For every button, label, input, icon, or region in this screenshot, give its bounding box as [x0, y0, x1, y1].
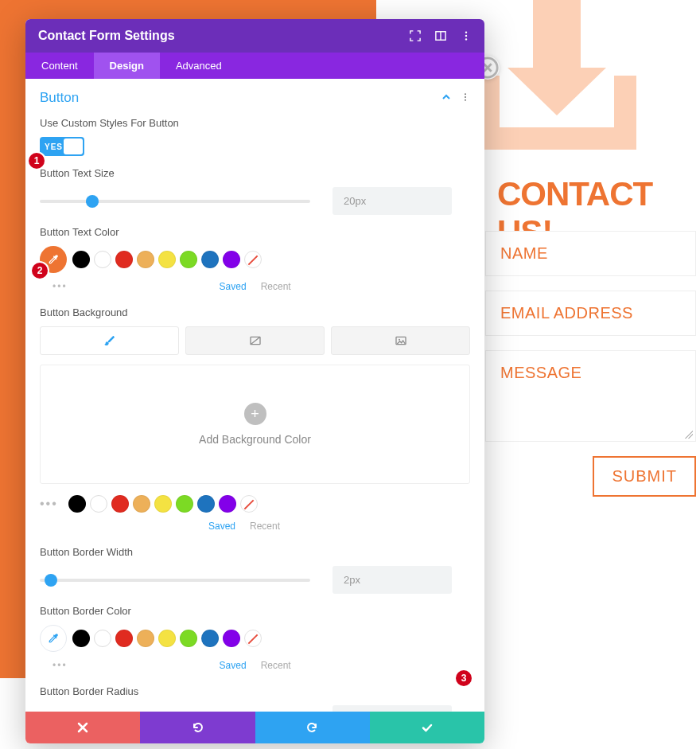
swatch-black[interactable] [68, 495, 86, 513]
border-width-value[interactable] [332, 566, 452, 594]
swatch-green[interactable] [176, 495, 193, 513]
border-width-slider[interactable] [40, 579, 310, 582]
swatch-amber[interactable] [137, 630, 154, 647]
swatch-white[interactable] [94, 630, 111, 647]
swatch-red[interactable] [115, 251, 133, 268]
label-text-color: Button Text Color [40, 226, 470, 238]
recent-swatches-tab[interactable]: Recent [261, 660, 291, 671]
more-swatches-icon[interactable]: ••• [52, 660, 68, 671]
section-header-button[interactable]: Button [25, 79, 484, 111]
svg-point-5 [465, 31, 467, 33]
kebab-menu-icon[interactable] [461, 30, 472, 41]
tab-advanced[interactable]: Advanced [160, 53, 238, 79]
message-field[interactable]: MESSAGE [485, 350, 696, 442]
custom-styles-toggle[interactable]: YES [40, 137, 84, 156]
modal-footer [25, 712, 484, 743]
bg-tab-color[interactable] [40, 326, 179, 355]
label-custom-styles: Use Custom Styles For Button [40, 117, 470, 129]
expand-icon[interactable] [410, 30, 421, 41]
text-size-slider[interactable] [40, 200, 310, 203]
swatch-none[interactable] [240, 495, 258, 513]
name-field[interactable]: NAME [485, 231, 696, 276]
label-border-width: Button Border Width [40, 546, 470, 558]
saved-swatches-tab[interactable]: Saved [220, 660, 247, 671]
modal-header: Contact Form Settings [25, 19, 484, 53]
section-menu-icon[interactable] [461, 92, 470, 104]
annotation-badge-2: 2 [32, 263, 48, 279]
cancel-button[interactable] [25, 712, 140, 743]
swatch-white[interactable] [90, 495, 107, 513]
add-bg-button[interactable]: + [244, 403, 266, 425]
svg-point-9 [465, 96, 466, 97]
email-field[interactable]: EMAIL ADDRESS [485, 291, 696, 336]
svg-point-13 [399, 339, 400, 341]
eyedropper-button[interactable] [40, 625, 67, 652]
svg-point-8 [465, 93, 466, 95]
swatch-yellow[interactable] [158, 251, 176, 268]
swatch-red[interactable] [115, 630, 133, 647]
label-background: Button Background [40, 306, 470, 318]
recent-swatches-tab[interactable]: Recent [261, 281, 291, 292]
saved-swatches-tab[interactable]: Saved [208, 521, 235, 532]
submit-button[interactable]: SUBMIT [593, 456, 696, 497]
swatch-none[interactable] [244, 630, 262, 647]
swatch-none[interactable] [244, 251, 262, 268]
recent-swatches-tab[interactable]: Recent [250, 521, 280, 532]
bg-dropzone[interactable]: + Add Background Color [40, 365, 470, 484]
swatch-yellow[interactable] [158, 630, 176, 647]
swatch-blue[interactable] [201, 251, 219, 268]
swatch-black[interactable] [72, 251, 90, 268]
swatch-blue[interactable] [197, 495, 215, 513]
swatch-blue[interactable] [201, 630, 219, 647]
swatch-white[interactable] [94, 251, 111, 268]
redo-button[interactable] [255, 712, 370, 743]
swatch-purple[interactable] [223, 630, 240, 647]
add-bg-label: Add Background Color [199, 433, 311, 446]
label-text-size: Button Text Size [40, 167, 470, 179]
toggle-yes-text: YES [45, 142, 63, 151]
swatch-red[interactable] [111, 495, 129, 513]
modal-title: Contact Form Settings [38, 29, 175, 43]
label-border-color: Button Border Color [40, 605, 470, 617]
tab-content[interactable]: Content [25, 53, 94, 79]
saved-swatches-tab[interactable]: Saved [220, 281, 247, 292]
swatch-green[interactable] [180, 251, 197, 268]
more-swatches-icon[interactable]: ••• [40, 497, 58, 511]
swatch-purple[interactable] [219, 495, 236, 513]
section-title: Button [40, 90, 79, 106]
collapse-icon[interactable] [441, 92, 451, 104]
border-radius-value[interactable] [332, 705, 452, 712]
svg-point-7 [465, 38, 467, 40]
contact-form: NAME EMAIL ADDRESS MESSAGE SUBMIT [485, 231, 696, 497]
swatch-black[interactable] [72, 630, 90, 647]
settings-modal: Contact Form Settings Content Design Adv… [25, 19, 484, 743]
swatch-purple[interactable] [223, 251, 240, 268]
swatch-green[interactable] [180, 630, 197, 647]
undo-button[interactable] [140, 712, 255, 743]
svg-point-6 [465, 35, 467, 37]
svg-point-10 [465, 99, 466, 100]
annotation-badge-1: 1 [29, 153, 45, 169]
bg-tab-gradient[interactable] [185, 326, 325, 355]
columns-icon[interactable] [435, 30, 446, 41]
bg-tab-image[interactable] [331, 326, 470, 355]
save-button[interactable] [370, 712, 484, 743]
label-border-radius: Button Border Radius [40, 685, 470, 697]
modal-tabs: Content Design Advanced [25, 53, 484, 79]
text-size-value[interactable] [332, 187, 452, 215]
swatch-amber[interactable] [133, 495, 150, 513]
swatch-amber[interactable] [137, 251, 154, 268]
download-arrow-graphic [477, 0, 636, 151]
more-swatches-icon[interactable]: ••• [52, 281, 68, 292]
annotation-badge-3: 3 [456, 670, 472, 686]
panel-body: Button Use Custom Styles For Button YES … [25, 79, 484, 712]
swatch-yellow[interactable] [154, 495, 172, 513]
tab-design[interactable]: Design [94, 53, 160, 79]
